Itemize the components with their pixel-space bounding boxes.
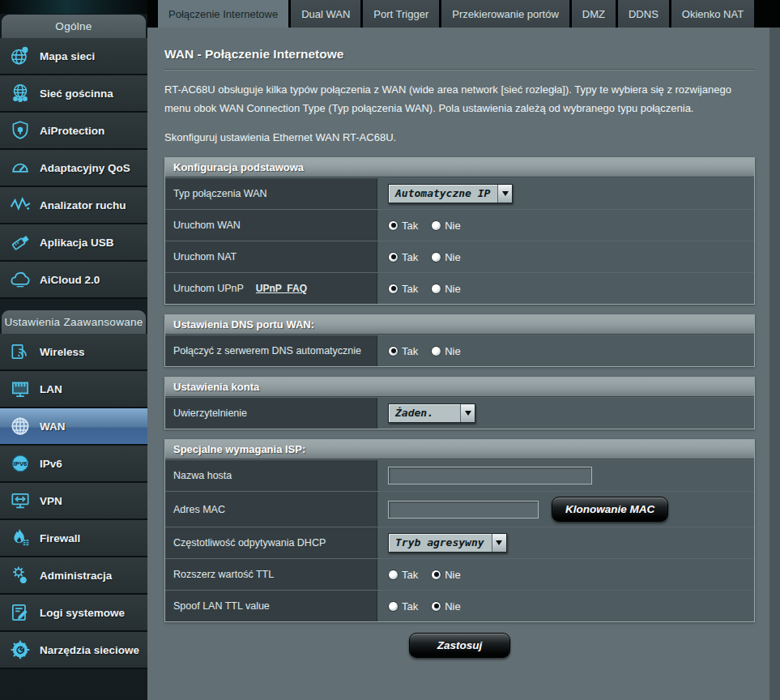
sidebar-item-logi-systemowe[interactable]: Logi systemowe: [0, 595, 147, 632]
radio-option-no[interactable]: Nie: [431, 220, 461, 232]
sidebar-item-siec-goscinna[interactable]: Sieć gościnna: [0, 75, 147, 113]
tab-dmz[interactable]: DMZ: [572, 0, 616, 28]
radio-label: Nie: [445, 345, 461, 357]
radio-no[interactable]: [431, 220, 441, 231]
section-header: Ustawienia konta: [165, 378, 754, 397]
section-basic-config: Konfiguracja podstawowa Typ połączenia W…: [164, 157, 755, 305]
ipv6-icon: IPV6: [6, 452, 35, 475]
radio-no[interactable]: [431, 570, 441, 580]
sidebar-item-ipv6[interactable]: IPV6 IPv6: [0, 446, 147, 483]
radio-label: Tak: [402, 220, 418, 232]
apply-button[interactable]: Zastosuj: [409, 633, 511, 658]
clone-mac-button[interactable]: Klonowanie MAC: [552, 497, 668, 522]
radio-label: Nie: [445, 283, 461, 295]
radio-option-yes[interactable]: Tak: [388, 251, 418, 263]
sidebar-item-aplikacja-usb[interactable]: Aplikacja USB: [0, 224, 147, 262]
sidebar-item-firewall[interactable]: Firewall: [0, 520, 147, 557]
hostname-input[interactable]: [388, 467, 592, 484]
radio-option-yes[interactable]: Tak: [388, 220, 418, 232]
select-value: Żaden.: [389, 404, 441, 422]
select-value: Automatyczne IP: [389, 185, 497, 203]
radio-option-no[interactable]: Nie: [431, 283, 461, 295]
tab-okienko-nat[interactable]: Okienko NAT: [671, 0, 754, 28]
section-header: Konfiguracja podstawowa: [165, 158, 754, 177]
radio-option-no[interactable]: Nie: [431, 345, 461, 357]
radio-label: Tak: [402, 251, 418, 263]
mac-address-input[interactable]: [388, 501, 539, 519]
sidebar-item-mapa-sieci[interactable]: Mapa sieci: [0, 38, 147, 75]
dhcp-frequency-select[interactable]: Tryb agresywny: [388, 533, 507, 553]
globe-icon: [6, 415, 35, 438]
section-header: Ustawienia DNS portu WAN:: [165, 315, 754, 335]
wan-type-select[interactable]: Automatyczne IP: [388, 184, 513, 203]
sidebar-item-analizator-ruchu[interactable]: Analizator ruchu: [0, 187, 147, 224]
main-content: WAN - Połączenie Internetowe RT-AC68U ob…: [147, 28, 769, 700]
sidebar-item-narzedzia-sieciowe[interactable]: Narzędzia sieciowe: [0, 632, 147, 669]
page-title: WAN - Połączenie Internetowe: [164, 47, 755, 62]
tab-przekierowanie-portow[interactable]: Przekierowanie portów: [441, 0, 569, 28]
radio-label: Nie: [445, 251, 461, 263]
radio-label: Tak: [402, 283, 418, 295]
select-value: Tryb agresywny: [389, 534, 492, 552]
sidebar-item-aiprotection[interactable]: AiProtection: [0, 113, 147, 150]
radio-option-yes[interactable]: Tak: [388, 569, 418, 581]
radio-option-no[interactable]: Nie: [431, 600, 461, 612]
tab-label: Połączenie Internetowe: [168, 8, 278, 20]
tab-label: Port Trigger: [373, 8, 428, 20]
radio-option-yes[interactable]: Tak: [388, 600, 418, 612]
traffic-analyzer-icon: [6, 194, 35, 216]
gears-icon: [6, 564, 35, 587]
flame-icon: [6, 527, 35, 549]
tab-dual-wan[interactable]: Dual WAN: [291, 0, 360, 28]
radio-yes[interactable]: [388, 220, 399, 231]
sidebar-item-lan[interactable]: LAN: [0, 371, 147, 408]
sidebar-item-administracja[interactable]: Administracja: [0, 557, 147, 595]
sidebar-item-wan[interactable]: WAN: [0, 408, 147, 446]
sidebar-item-label: Adaptacyjny QoS: [35, 162, 130, 174]
radio-label: Nie: [445, 569, 461, 581]
row-wan-type: Typ połączenia WAN Automatyczne IP: [165, 177, 754, 209]
upnp-faq-link[interactable]: UPnP FAQ: [256, 283, 307, 294]
radio-no[interactable]: [431, 284, 441, 294]
sidebar-item-label: Analizator ruchu: [35, 199, 126, 211]
radio-option-yes[interactable]: Tak: [388, 283, 418, 295]
radio-no[interactable]: [431, 346, 441, 356]
sidebar-item-wireless[interactable]: Wireless: [0, 334, 147, 371]
radio-label: Nie: [445, 600, 461, 612]
radio-yes[interactable]: [388, 252, 399, 262]
auth-select[interactable]: Żaden.: [388, 403, 475, 423]
radio-yes[interactable]: [388, 570, 399, 580]
radio-label: Nie: [445, 220, 461, 232]
sidebar-item-label: Aplikacja USB: [35, 237, 114, 249]
radio-no[interactable]: [431, 252, 441, 262]
tab-bar: Połączenie Internetowe Dual WAN Port Tri…: [147, 0, 780, 28]
sidebar-section-label: Ogólne: [55, 20, 92, 32]
lan-port-icon: [6, 378, 35, 400]
ttl-extend-radio-group: Tak Nie: [388, 569, 461, 581]
radio-yes[interactable]: [388, 346, 399, 356]
radio-option-yes[interactable]: Tak: [388, 345, 418, 357]
tab-label: DDNS: [629, 8, 659, 20]
radio-option-no[interactable]: Nie: [431, 251, 461, 263]
sidebar: Ogólne Mapa sieci Sieć gościnna: [0, 0, 147, 700]
radio-label: Tak: [402, 600, 418, 612]
sidebar-item-aicloud[interactable]: AiCloud 2.0: [0, 262, 147, 299]
spoof-ttl-radio-group: Tak Nie: [388, 600, 461, 612]
row-label: Spoof LAN TTL value: [165, 591, 377, 621]
row-mac-address: Adres MAC Klonowanie MAC: [165, 491, 754, 527]
row-label: Częstotliwość odpytywania DHCP: [165, 527, 377, 558]
radio-no[interactable]: [431, 601, 441, 612]
sidebar-item-label: Administracja: [35, 570, 112, 582]
radio-yes[interactable]: [388, 284, 399, 294]
sidebar-item-vpn[interactable]: VPN: [0, 483, 147, 520]
sidebar-item-adaptacyjny-qos[interactable]: Adaptacyjny QoS: [0, 150, 147, 187]
network-map-icon: [6, 45, 35, 67]
tab-port-trigger[interactable]: Port Trigger: [363, 0, 439, 28]
tab-ddns[interactable]: DDNS: [618, 0, 669, 28]
tab-polaczenie-internetowe[interactable]: Połączenie Internetowe: [158, 0, 288, 28]
sidebar-top-strip: [0, 0, 147, 14]
radio-option-no[interactable]: Nie: [431, 569, 461, 581]
radio-yes[interactable]: [388, 601, 399, 612]
section-account: Ustawienia konta Uwierzytelnienie Żaden.: [164, 377, 755, 429]
row-label: Uruchom NAT: [165, 241, 377, 272]
